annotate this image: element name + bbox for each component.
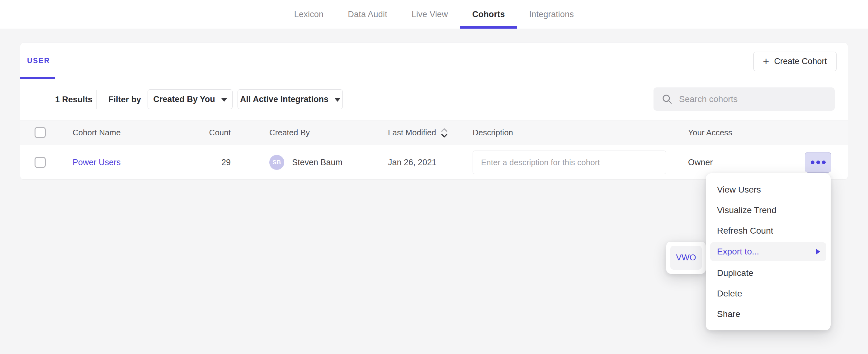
search-cohorts-box[interactable] [653,88,835,111]
header-created-by[interactable]: Created By [269,120,310,144]
nav-tab-integrations[interactable]: Integrations [517,0,586,29]
create-cohort-label: Create Cohort [774,57,827,66]
last-modified-cell: Jan 26, 2021 [388,145,436,180]
cohort-name-link[interactable]: Power Users [72,158,121,167]
your-access-value: Owner [688,158,713,167]
description-input[interactable] [473,151,666,174]
created-by-name: Steven Baum [292,158,342,167]
cohorts-panel: USER + Create Cohort 1 Results Filter by… [20,43,848,180]
table-header-row: Cohort Name Count Created By Last Modifi… [20,120,848,145]
nav-tabs: Lexicon Data Audit Live View Cohorts Int… [282,0,586,29]
row-select-cell [35,145,46,180]
menu-item-visualize-trend[interactable]: Visualize Trend [706,200,831,221]
row-checkbox[interactable] [35,157,46,168]
header-your-access[interactable]: Your Access [688,120,732,144]
plus-icon: + [763,56,769,66]
count-cell: 29 [176,145,231,180]
avatar: SB [269,155,284,170]
divider [96,90,97,109]
created-by-filter-dropdown[interactable]: Created By You [148,89,232,109]
select-all-checkbox[interactable] [35,127,46,138]
menu-item-delete[interactable]: Delete [706,283,831,304]
filter-by-label: Filter by [108,79,141,120]
caret-down-icon [221,98,227,102]
more-options-icon [811,161,814,164]
row-context-menu: View Users Visualize Trend Refresh Count… [706,173,831,330]
top-navigation: Lexicon Data Audit Live View Cohorts Int… [0,0,868,29]
description-input-wrap [473,151,666,174]
search-icon [661,94,673,105]
select-all-cell [35,120,46,144]
nav-tab-lexicon[interactable]: Lexicon [282,0,336,29]
menu-item-duplicate[interactable]: Duplicate [706,263,831,283]
header-last-modified[interactable]: Last Modified [388,120,448,144]
header-cohort-name[interactable]: Cohort Name [72,120,121,144]
integrations-filter-label: All Active Integrations [240,95,329,104]
menu-item-share[interactable]: Share [706,304,831,324]
created-by-cell: SB Steven Baum [269,145,342,180]
export-submenu: VWO [666,242,706,274]
last-modified-value: Jan 26, 2021 [388,158,436,167]
menu-item-refresh-count[interactable]: Refresh Count [706,221,831,241]
panel-tab-bar: USER + Create Cohort [20,43,848,79]
nav-tab-cohorts[interactable]: Cohorts [460,0,517,29]
create-cohort-button[interactable]: + Create Cohort [753,52,837,71]
more-options-icon [822,161,826,164]
filter-toolbar: 1 Results Filter by Created By You All A… [20,79,848,120]
header-last-modified-label: Last Modified [388,128,436,137]
nav-tab-data-audit[interactable]: Data Audit [336,0,399,29]
more-options-icon [816,161,820,164]
description-cell [473,145,666,180]
caret-down-icon [335,98,340,102]
created-by-filter-label: Created By You [153,95,215,104]
tab-user[interactable]: USER [27,43,50,79]
menu-item-export-to[interactable]: Export to... [710,242,826,261]
integrations-filter-dropdown[interactable]: All Active Integrations [238,89,343,109]
menu-item-export-to-label: Export to... [717,247,759,257]
menu-item-view-users[interactable]: View Users [706,180,831,200]
sort-icon[interactable] [440,128,448,138]
submenu-arrow-icon [816,249,820,255]
nav-tab-live-view[interactable]: Live View [399,0,460,29]
results-count: 1 Results [55,79,92,120]
header-description[interactable]: Description [473,120,513,144]
count-value: 29 [221,158,231,167]
more-options-button[interactable] [805,152,831,173]
submenu-item-vwo[interactable]: VWO [670,246,702,270]
header-count[interactable]: Count [176,120,231,144]
cohort-name-cell: Power Users [72,145,121,180]
search-cohorts-input[interactable] [679,94,827,104]
